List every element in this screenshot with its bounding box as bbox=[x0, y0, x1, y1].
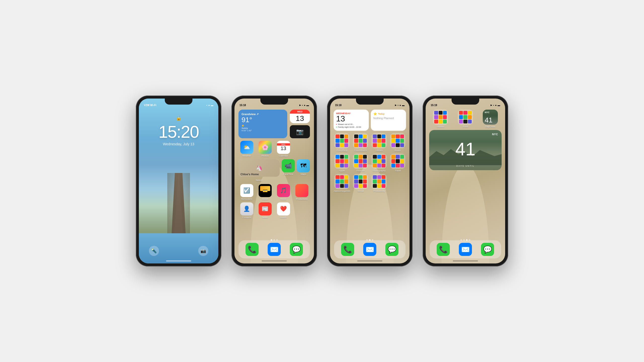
folder-productivity-icon bbox=[372, 174, 387, 189]
folder-social[interactable]: Social bbox=[352, 174, 369, 192]
mini-app bbox=[459, 115, 463, 119]
mini-app bbox=[382, 155, 385, 159]
mini-app bbox=[400, 159, 404, 163]
mini-app bbox=[391, 134, 395, 138]
food-folder-icon bbox=[458, 110, 473, 125]
lockscreen-content: 🔒 15:20 Wednesday, July 13 bbox=[139, 99, 218, 263]
dock-messages[interactable]: 💬 bbox=[290, 243, 303, 256]
app-health[interactable]: ❤️ Health bbox=[275, 202, 292, 219]
mini-app bbox=[391, 164, 395, 167]
weather-condition: Sunny bbox=[242, 127, 284, 129]
wallet-app-icon: 💳 bbox=[259, 184, 272, 197]
dock-mail[interactable]: ✉️ bbox=[268, 243, 281, 256]
mail-emoji: ✉️ bbox=[461, 245, 470, 254]
app-utilities-folder[interactable]: Utilities bbox=[429, 110, 452, 128]
app-calendar[interactable]: WED 13 Calendar bbox=[275, 141, 292, 157]
app-wallet[interactable]: 💳 Wallet bbox=[257, 184, 273, 200]
reminders-label: Reminders bbox=[241, 198, 252, 200]
mini-app bbox=[373, 155, 377, 159]
app-row-5: 👤 Contacts 📰 News ❤️ Health bbox=[238, 202, 310, 219]
mini-app bbox=[359, 155, 363, 159]
mini-app bbox=[359, 179, 363, 183]
dock-phone[interactable]: 📞 bbox=[341, 243, 354, 256]
app-reminders[interactable]: ☑️ Reminders bbox=[238, 184, 255, 200]
large-daycount-widget[interactable]: NYC 41 DAYS UNTIL bbox=[429, 130, 502, 170]
dock-mail[interactable]: ✉️ bbox=[363, 243, 376, 256]
lock-date: Wednesday, July 13 bbox=[163, 142, 194, 146]
app-productivity[interactable]: Productivity bbox=[294, 184, 310, 200]
app-food-folder[interactable]: Food bbox=[454, 110, 477, 128]
battery-icon: ▬ bbox=[498, 104, 500, 107]
folder-social-icon bbox=[353, 174, 368, 189]
facetime-emoji: 📹 bbox=[285, 162, 292, 169]
notion-label: Notion bbox=[256, 179, 262, 182]
folder-travel[interactable]: Travel bbox=[389, 154, 406, 172]
phone-emoji: 📞 bbox=[248, 245, 257, 254]
mini-app bbox=[377, 143, 381, 147]
folder-books[interactable]: Books bbox=[389, 133, 406, 152]
notch bbox=[452, 99, 479, 105]
dock-messages[interactable]: 💬 bbox=[385, 243, 398, 256]
mini-app bbox=[396, 143, 399, 147]
dock-phone[interactable]: 📞 bbox=[246, 243, 259, 256]
mini-app bbox=[373, 184, 377, 188]
folder-photography[interactable]: Photography bbox=[371, 154, 387, 172]
folder-travel-label: Travel bbox=[395, 169, 401, 172]
app-news[interactable]: 📰 News bbox=[257, 202, 273, 219]
folder-countdowns[interactable]: Countdowns bbox=[352, 133, 369, 152]
mini-app bbox=[439, 111, 442, 115]
app-maps[interactable]: 🗺 Maps bbox=[297, 159, 310, 182]
mini-app bbox=[363, 155, 367, 159]
mini-app bbox=[359, 175, 363, 179]
location-icon: ▶ bbox=[491, 104, 492, 106]
weather-widget[interactable]: Grandview ↗ 91° ☀️ Sunny H:93° L:62° bbox=[238, 110, 287, 138]
folder-awesomegames[interactable]: Awesomegames bbox=[334, 174, 350, 192]
home-indicator[interactable] bbox=[262, 260, 287, 261]
photos-label: Photos bbox=[261, 155, 268, 157]
folder-everything-icon bbox=[334, 133, 349, 148]
daycount-widget-container[interactable]: NYC 41 DayCount bbox=[479, 110, 502, 128]
food-label: Food bbox=[463, 125, 468, 128]
battery-icon: ▬ bbox=[211, 104, 213, 107]
dock-phone[interactable]: 📞 bbox=[437, 243, 450, 256]
calendar-widget[interactable]: WED 13 bbox=[290, 110, 310, 123]
notch bbox=[260, 99, 288, 105]
things-header: ⭐ Today bbox=[373, 112, 404, 116]
notion-widget-container[interactable]: 🦄 Chloe's Home Notion bbox=[238, 159, 280, 182]
folder-photography-label: Photography bbox=[373, 169, 386, 172]
things-widget[interactable]: ⭐ Today Nothing Planned bbox=[371, 110, 406, 131]
app-dock: 📞 ✉️ 💬 bbox=[430, 240, 501, 258]
mini-app bbox=[382, 164, 385, 167]
app-contacts[interactable]: 👤 Contacts bbox=[238, 202, 255, 219]
dock-messages[interactable]: 💬 bbox=[481, 243, 494, 256]
dock-mail[interactable]: ✉️ bbox=[459, 243, 472, 256]
folder-finance[interactable]: Finance bbox=[352, 154, 369, 172]
camera-app-icon[interactable]: 📷 bbox=[290, 125, 310, 138]
cal-month: WED bbox=[277, 143, 290, 146]
calendar-widget[interactable]: WEDNESDAY 13 Shawn out of Of... Family n… bbox=[334, 110, 369, 131]
mini-app bbox=[363, 159, 367, 163]
folder-apple[interactable]: Apple bbox=[334, 154, 350, 172]
folder-everything[interactable]: Everything bbox=[334, 133, 350, 152]
app-music[interactable]: 🎵 Music bbox=[275, 184, 292, 200]
mini-app bbox=[391, 155, 395, 159]
folder-utilities[interactable]: Utilities bbox=[371, 133, 387, 152]
app-facetime[interactable]: 📹 FaceTime bbox=[282, 159, 295, 182]
flashlight-button[interactable]: 🔦 bbox=[149, 246, 159, 256]
mini-app bbox=[396, 155, 399, 159]
folder-productivity[interactable]: Productivity bbox=[371, 174, 387, 192]
news-emoji: 📰 bbox=[262, 206, 268, 212]
mini-app bbox=[354, 184, 358, 188]
home-indicator[interactable] bbox=[166, 260, 191, 261]
top-widgets: WEDNESDAY 13 Shawn out of Of... Family n… bbox=[334, 110, 406, 131]
home-indicator[interactable] bbox=[453, 260, 478, 261]
contacts-emoji: 👤 bbox=[243, 206, 250, 212]
app-photos[interactable]: 🌸 Photos bbox=[257, 141, 273, 157]
weather-app-icon: ⛅ bbox=[240, 141, 253, 154]
mini-app bbox=[336, 184, 339, 188]
wallet-label: Wallet bbox=[262, 198, 268, 200]
camera-button[interactable]: 📷 bbox=[198, 246, 208, 256]
app-weather[interactable]: ⛅ Weather bbox=[238, 141, 255, 157]
home-indicator[interactable] bbox=[357, 260, 382, 261]
mini-app bbox=[396, 164, 399, 167]
